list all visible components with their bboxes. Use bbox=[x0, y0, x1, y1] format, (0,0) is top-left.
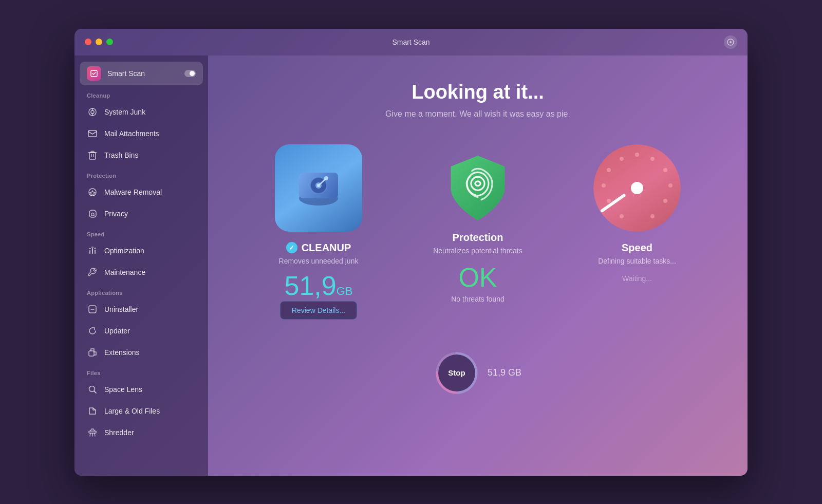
svg-point-43 bbox=[620, 157, 624, 161]
svg-point-45 bbox=[620, 214, 624, 218]
trash-bins-label: Trash Bins bbox=[104, 151, 138, 159]
optimization-icon bbox=[87, 245, 98, 256]
section-files: Files bbox=[74, 364, 208, 378]
sidebar-item-large-old-files[interactable]: Large & Old Files bbox=[80, 401, 203, 421]
sidebar-item-trash-bins[interactable]: Trash Bins bbox=[80, 145, 203, 165]
protection-title: Protection bbox=[453, 232, 503, 244]
speed-desc: Defining suitable tasks... bbox=[598, 257, 676, 265]
malware-removal-label: Malware Removal bbox=[104, 188, 162, 196]
active-toggle[interactable] bbox=[184, 70, 196, 77]
window-title: Smart Scan bbox=[392, 38, 429, 46]
maximize-button[interactable] bbox=[106, 39, 113, 45]
sidebar-item-smart-scan[interactable]: Smart Scan bbox=[80, 62, 203, 85]
cleanup-card: ✓ CLEANUP Removes unneeded junk 51,9GB R… bbox=[247, 144, 390, 320]
scan-size-text: 51,9 GB bbox=[488, 367, 521, 378]
scan-icon bbox=[90, 69, 98, 78]
svg-point-39 bbox=[668, 183, 672, 188]
extensions-label: Extensions bbox=[104, 348, 139, 357]
svg-rect-7 bbox=[88, 130, 97, 137]
svg-point-44 bbox=[607, 199, 611, 203]
svg-point-37 bbox=[650, 157, 655, 161]
maintenance-label: Maintenance bbox=[104, 268, 145, 276]
updater-icon bbox=[87, 325, 98, 337]
speed-center bbox=[631, 182, 643, 194]
svg-point-4 bbox=[91, 110, 94, 114]
cleanup-desc: Removes unneeded junk bbox=[279, 257, 359, 265]
uninstaller-label: Uninstaller bbox=[104, 305, 138, 313]
sidebar-item-updater[interactable]: Updater bbox=[80, 321, 203, 341]
svg-point-46 bbox=[650, 214, 655, 218]
disk-icon bbox=[290, 160, 347, 216]
svg-line-27 bbox=[95, 433, 95, 436]
malware-icon bbox=[87, 186, 98, 198]
sidebar-item-optimization[interactable]: Optimization bbox=[80, 240, 203, 261]
optimization-label: Optimization bbox=[104, 247, 144, 255]
section-cleanup: Cleanup bbox=[74, 86, 208, 101]
privacy-label: Privacy bbox=[104, 210, 128, 218]
svg-point-41 bbox=[607, 168, 611, 172]
review-details-button[interactable]: Review Details... bbox=[280, 301, 357, 320]
protection-desc: Neutralizes potential threats bbox=[433, 247, 522, 255]
stop-area: Stop 51,9 GB bbox=[434, 350, 521, 396]
trash-icon bbox=[87, 150, 98, 161]
shredder-label: Shredder bbox=[104, 428, 134, 437]
sidebar-item-space-lens[interactable]: Space Lens bbox=[80, 379, 203, 400]
titlebar: Smart Scan bbox=[74, 29, 748, 55]
svg-point-1 bbox=[730, 41, 732, 43]
protection-shield-icon bbox=[442, 152, 514, 224]
main-content: Looking at it... Give me a moment. We al… bbox=[208, 55, 748, 476]
svg-point-42 bbox=[602, 183, 606, 188]
speed-waiting: Waiting... bbox=[622, 274, 652, 283]
protection-icon-wrap bbox=[434, 144, 521, 232]
check-icon: ✓ bbox=[286, 242, 297, 253]
shredder-icon bbox=[87, 427, 98, 438]
svg-point-36 bbox=[635, 153, 639, 157]
minimize-button[interactable] bbox=[96, 39, 102, 45]
stop-button[interactable]: Stop bbox=[438, 354, 475, 391]
cleanup-value: 51,9GB bbox=[284, 272, 352, 299]
svg-line-25 bbox=[90, 433, 90, 436]
sidebar-item-maintenance[interactable]: Maintenance bbox=[80, 262, 203, 283]
sidebar: Smart Scan Cleanup System Junk bbox=[74, 55, 208, 476]
svg-line-23 bbox=[95, 391, 97, 393]
sidebar-item-malware-removal[interactable]: Malware Removal bbox=[80, 182, 203, 202]
protection-card: Protection Neutralizes potential threats… bbox=[406, 144, 550, 308]
svg-point-22 bbox=[89, 386, 95, 391]
cleanup-icon-wrap bbox=[275, 144, 362, 232]
svg-rect-8 bbox=[89, 153, 96, 159]
mail-icon bbox=[87, 128, 98, 139]
maintenance-icon bbox=[87, 267, 98, 278]
content-area: Smart Scan Cleanup System Junk bbox=[74, 55, 748, 476]
section-applications: Applications bbox=[74, 284, 208, 298]
system-junk-label: System Junk bbox=[104, 108, 145, 116]
cards-row: ✓ CLEANUP Removes unneeded junk 51,9GB R… bbox=[247, 144, 709, 320]
sidebar-item-system-junk[interactable]: System Junk bbox=[80, 102, 203, 122]
traffic-lights bbox=[85, 39, 113, 45]
settings-button[interactable] bbox=[724, 35, 737, 49]
page-subtitle: Give me a moment. We all wish it was eas… bbox=[385, 109, 570, 119]
smart-scan-label: Smart Scan bbox=[107, 69, 145, 78]
page-title: Looking at it... bbox=[412, 81, 544, 103]
speed-gauge-wrap bbox=[593, 144, 681, 232]
extensions-icon bbox=[87, 347, 98, 358]
sidebar-item-mail-attachments[interactable]: Mail Attachments bbox=[80, 123, 203, 144]
mail-attachments-label: Mail Attachments bbox=[104, 129, 159, 138]
system-junk-icon bbox=[87, 106, 98, 118]
close-button[interactable] bbox=[85, 39, 91, 45]
settings-icon bbox=[727, 39, 734, 46]
svg-rect-21 bbox=[89, 351, 94, 356]
sidebar-item-privacy[interactable]: Privacy bbox=[80, 203, 203, 224]
sidebar-item-extensions[interactable]: Extensions bbox=[80, 342, 203, 363]
sidebar-item-shredder[interactable]: Shredder bbox=[80, 422, 203, 443]
svg-point-35 bbox=[324, 176, 328, 180]
privacy-icon bbox=[87, 208, 98, 219]
app-window: Smart Scan Smart Scan bbox=[74, 29, 748, 476]
stop-button-wrap: Stop bbox=[434, 350, 479, 396]
space-lens-label: Space Lens bbox=[104, 385, 142, 394]
sidebar-item-uninstaller[interactable]: Uninstaller bbox=[80, 299, 203, 320]
speed-title: Speed bbox=[622, 242, 652, 254]
smart-scan-icon-wrap bbox=[87, 66, 101, 81]
updater-label: Updater bbox=[104, 327, 130, 335]
uninstaller-icon bbox=[87, 304, 98, 315]
svg-point-38 bbox=[663, 168, 667, 172]
